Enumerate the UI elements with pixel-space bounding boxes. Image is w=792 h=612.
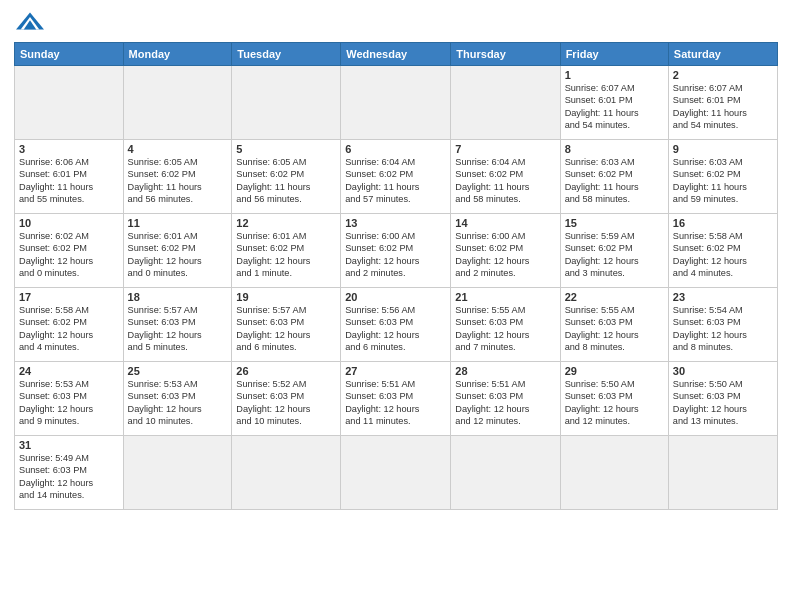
day-cell: 15Sunrise: 5:59 AM Sunset: 6:02 PM Dayli… (560, 214, 668, 288)
day-number: 15 (565, 217, 664, 229)
week-row-3: 17Sunrise: 5:58 AM Sunset: 6:02 PM Dayli… (15, 288, 778, 362)
day-cell: 8Sunrise: 6:03 AM Sunset: 6:02 PM Daylig… (560, 140, 668, 214)
day-cell: 13Sunrise: 6:00 AM Sunset: 6:02 PM Dayli… (341, 214, 451, 288)
day-cell: 22Sunrise: 5:55 AM Sunset: 6:03 PM Dayli… (560, 288, 668, 362)
day-info: Sunrise: 6:00 AM Sunset: 6:02 PM Dayligh… (455, 230, 555, 280)
day-info: Sunrise: 5:53 AM Sunset: 6:03 PM Dayligh… (19, 378, 119, 428)
day-number: 21 (455, 291, 555, 303)
week-row-5: 31Sunrise: 5:49 AM Sunset: 6:03 PM Dayli… (15, 436, 778, 510)
day-cell: 23Sunrise: 5:54 AM Sunset: 6:03 PM Dayli… (668, 288, 777, 362)
day-number: 6 (345, 143, 446, 155)
header-area (14, 10, 778, 36)
weekday-header-monday: Monday (123, 43, 232, 66)
day-info: Sunrise: 6:05 AM Sunset: 6:02 PM Dayligh… (236, 156, 336, 206)
week-row-4: 24Sunrise: 5:53 AM Sunset: 6:03 PM Dayli… (15, 362, 778, 436)
day-cell: 26Sunrise: 5:52 AM Sunset: 6:03 PM Dayli… (232, 362, 341, 436)
day-cell: 2Sunrise: 6:07 AM Sunset: 6:01 PM Daylig… (668, 66, 777, 140)
day-cell (232, 436, 341, 510)
logo (14, 10, 44, 36)
day-info: Sunrise: 6:05 AM Sunset: 6:02 PM Dayligh… (128, 156, 228, 206)
day-number: 29 (565, 365, 664, 377)
day-cell (451, 66, 560, 140)
day-info: Sunrise: 6:07 AM Sunset: 6:01 PM Dayligh… (565, 82, 664, 132)
day-cell: 27Sunrise: 5:51 AM Sunset: 6:03 PM Dayli… (341, 362, 451, 436)
day-info: Sunrise: 5:51 AM Sunset: 6:03 PM Dayligh… (345, 378, 446, 428)
day-number: 7 (455, 143, 555, 155)
day-cell: 29Sunrise: 5:50 AM Sunset: 6:03 PM Dayli… (560, 362, 668, 436)
day-number: 28 (455, 365, 555, 377)
day-info: Sunrise: 6:01 AM Sunset: 6:02 PM Dayligh… (128, 230, 228, 280)
day-info: Sunrise: 5:57 AM Sunset: 6:03 PM Dayligh… (236, 304, 336, 354)
day-cell (15, 66, 124, 140)
day-number: 25 (128, 365, 228, 377)
day-cell (560, 436, 668, 510)
weekday-header-wednesday: Wednesday (341, 43, 451, 66)
weekday-header-row: SundayMondayTuesdayWednesdayThursdayFrid… (15, 43, 778, 66)
day-cell: 28Sunrise: 5:51 AM Sunset: 6:03 PM Dayli… (451, 362, 560, 436)
day-number: 18 (128, 291, 228, 303)
day-info: Sunrise: 6:00 AM Sunset: 6:02 PM Dayligh… (345, 230, 446, 280)
day-cell (668, 436, 777, 510)
day-number: 5 (236, 143, 336, 155)
day-info: Sunrise: 6:07 AM Sunset: 6:01 PM Dayligh… (673, 82, 773, 132)
day-cell: 6Sunrise: 6:04 AM Sunset: 6:02 PM Daylig… (341, 140, 451, 214)
day-info: Sunrise: 5:58 AM Sunset: 6:02 PM Dayligh… (673, 230, 773, 280)
day-info: Sunrise: 5:59 AM Sunset: 6:02 PM Dayligh… (565, 230, 664, 280)
day-number: 16 (673, 217, 773, 229)
day-cell: 14Sunrise: 6:00 AM Sunset: 6:02 PM Dayli… (451, 214, 560, 288)
day-cell: 18Sunrise: 5:57 AM Sunset: 6:03 PM Dayli… (123, 288, 232, 362)
day-info: Sunrise: 6:03 AM Sunset: 6:02 PM Dayligh… (673, 156, 773, 206)
page: SundayMondayTuesdayWednesdayThursdayFrid… (0, 0, 792, 612)
weekday-header-sunday: Sunday (15, 43, 124, 66)
day-info: Sunrise: 5:55 AM Sunset: 6:03 PM Dayligh… (565, 304, 664, 354)
day-cell (123, 436, 232, 510)
logo-icon (16, 10, 44, 32)
day-info: Sunrise: 5:49 AM Sunset: 6:03 PM Dayligh… (19, 452, 119, 502)
day-cell (341, 66, 451, 140)
day-cell: 5Sunrise: 6:05 AM Sunset: 6:02 PM Daylig… (232, 140, 341, 214)
weekday-header-tuesday: Tuesday (232, 43, 341, 66)
week-row-2: 10Sunrise: 6:02 AM Sunset: 6:02 PM Dayli… (15, 214, 778, 288)
day-number: 19 (236, 291, 336, 303)
day-number: 23 (673, 291, 773, 303)
day-cell (232, 66, 341, 140)
day-info: Sunrise: 6:01 AM Sunset: 6:02 PM Dayligh… (236, 230, 336, 280)
day-number: 22 (565, 291, 664, 303)
day-number: 24 (19, 365, 119, 377)
day-number: 2 (673, 69, 773, 81)
day-info: Sunrise: 5:58 AM Sunset: 6:02 PM Dayligh… (19, 304, 119, 354)
day-cell: 11Sunrise: 6:01 AM Sunset: 6:02 PM Dayli… (123, 214, 232, 288)
day-cell: 30Sunrise: 5:50 AM Sunset: 6:03 PM Dayli… (668, 362, 777, 436)
day-info: Sunrise: 6:03 AM Sunset: 6:02 PM Dayligh… (565, 156, 664, 206)
week-row-0: 1Sunrise: 6:07 AM Sunset: 6:01 PM Daylig… (15, 66, 778, 140)
day-number: 12 (236, 217, 336, 229)
day-cell: 7Sunrise: 6:04 AM Sunset: 6:02 PM Daylig… (451, 140, 560, 214)
weekday-header-friday: Friday (560, 43, 668, 66)
day-info: Sunrise: 6:06 AM Sunset: 6:01 PM Dayligh… (19, 156, 119, 206)
day-cell: 16Sunrise: 5:58 AM Sunset: 6:02 PM Dayli… (668, 214, 777, 288)
day-cell: 19Sunrise: 5:57 AM Sunset: 6:03 PM Dayli… (232, 288, 341, 362)
day-number: 26 (236, 365, 336, 377)
day-info: Sunrise: 5:50 AM Sunset: 6:03 PM Dayligh… (565, 378, 664, 428)
day-cell (123, 66, 232, 140)
day-number: 27 (345, 365, 446, 377)
day-cell: 12Sunrise: 6:01 AM Sunset: 6:02 PM Dayli… (232, 214, 341, 288)
day-cell: 10Sunrise: 6:02 AM Sunset: 6:02 PM Dayli… (15, 214, 124, 288)
weekday-header-thursday: Thursday (451, 43, 560, 66)
day-number: 30 (673, 365, 773, 377)
day-cell: 20Sunrise: 5:56 AM Sunset: 6:03 PM Dayli… (341, 288, 451, 362)
day-number: 8 (565, 143, 664, 155)
weekday-header-saturday: Saturday (668, 43, 777, 66)
day-info: Sunrise: 6:04 AM Sunset: 6:02 PM Dayligh… (455, 156, 555, 206)
day-info: Sunrise: 5:57 AM Sunset: 6:03 PM Dayligh… (128, 304, 228, 354)
day-cell (341, 436, 451, 510)
day-info: Sunrise: 5:51 AM Sunset: 6:03 PM Dayligh… (455, 378, 555, 428)
day-number: 10 (19, 217, 119, 229)
day-number: 17 (19, 291, 119, 303)
day-cell: 4Sunrise: 6:05 AM Sunset: 6:02 PM Daylig… (123, 140, 232, 214)
day-cell: 1Sunrise: 6:07 AM Sunset: 6:01 PM Daylig… (560, 66, 668, 140)
day-info: Sunrise: 6:02 AM Sunset: 6:02 PM Dayligh… (19, 230, 119, 280)
day-info: Sunrise: 5:50 AM Sunset: 6:03 PM Dayligh… (673, 378, 773, 428)
day-cell: 3Sunrise: 6:06 AM Sunset: 6:01 PM Daylig… (15, 140, 124, 214)
day-info: Sunrise: 5:55 AM Sunset: 6:03 PM Dayligh… (455, 304, 555, 354)
